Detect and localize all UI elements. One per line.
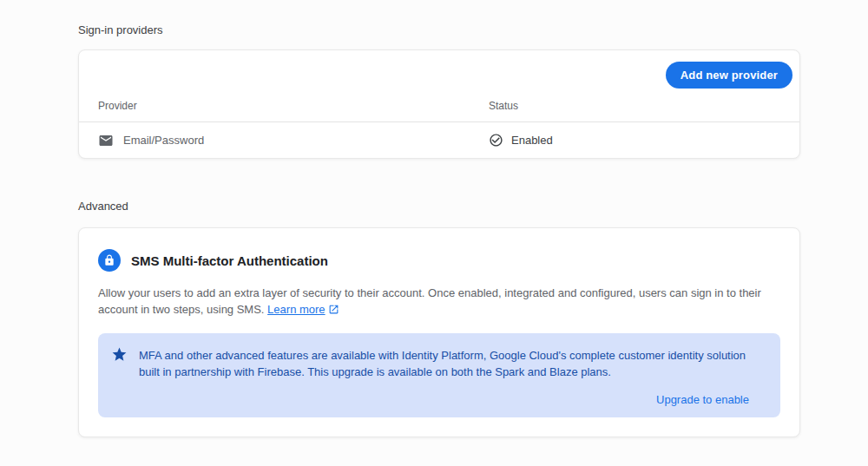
auth-settings-page: Sign-in providers Add new provider Provi… xyxy=(0,0,868,437)
lock-icon xyxy=(98,249,121,272)
external-link-icon xyxy=(328,304,339,315)
learn-more-link[interactable]: Learn more xyxy=(267,303,339,316)
add-new-provider-button[interactable]: Add new provider xyxy=(666,62,792,89)
provider-status: Enabled xyxy=(511,134,553,147)
mfa-title: SMS Multi-factor Authentication xyxy=(131,253,328,268)
section-title-sign-in-providers: Sign-in providers xyxy=(78,23,868,36)
check-circle-icon xyxy=(489,133,503,148)
mfa-description-text: Allow your users to add an extra layer o… xyxy=(98,286,761,316)
status-cell: Enabled xyxy=(489,133,553,148)
providers-table-header: Provider Status xyxy=(79,98,799,122)
column-header-provider: Provider xyxy=(98,100,489,112)
providers-card-toolbar: Add new provider xyxy=(79,50,799,98)
star-icon xyxy=(111,346,128,363)
info-box-row: MFA and other advanced features are avai… xyxy=(111,346,763,380)
mfa-description: Allow your users to add an extra layer o… xyxy=(98,285,780,318)
providers-card: Add new provider Provider Status Email/P… xyxy=(78,49,800,159)
mfa-card-header: SMS Multi-factor Authentication xyxy=(98,249,780,272)
provider-cell: Email/Password xyxy=(98,133,489,148)
info-box-action-row: Upgrade to enable xyxy=(111,393,763,406)
provider-name: Email/Password xyxy=(123,134,204,147)
upgrade-to-enable-link[interactable]: Upgrade to enable xyxy=(656,393,749,406)
info-box-text: MFA and other advanced features are avai… xyxy=(139,347,760,380)
mfa-card: SMS Multi-factor Authentication Allow yo… xyxy=(78,227,800,437)
upgrade-info-box: MFA and other advanced features are avai… xyxy=(98,333,780,417)
learn-more-label: Learn more xyxy=(267,303,325,316)
provider-row-email-password[interactable]: Email/Password Enabled xyxy=(79,122,799,158)
section-title-advanced: Advanced xyxy=(78,200,868,213)
email-icon xyxy=(98,133,114,148)
column-header-status: Status xyxy=(489,100,518,112)
